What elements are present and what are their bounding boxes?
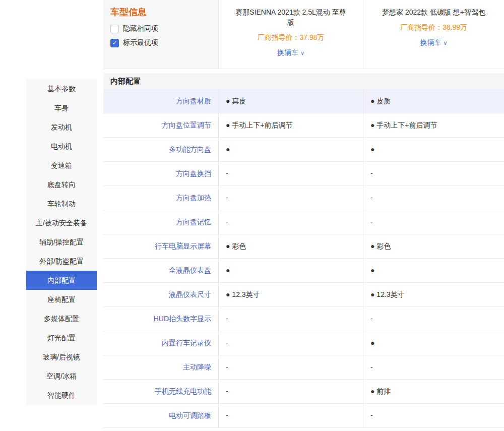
car-column-1: 赛那SIENNA 2021款 2.5L混动 至尊版 厂商指导价：37.98万 换… <box>218 0 363 69</box>
table-row: 多功能方向盘●● <box>103 138 504 162</box>
table-row: 液晶仪表尺寸● 12.3英寸● 12.3英寸 <box>103 283 504 307</box>
table-row: 方向盘记忆-- <box>103 210 504 234</box>
price-label: 厂商指导价： <box>257 33 299 41</box>
sidebar-item-category[interactable]: 空调/冰箱 <box>26 366 97 386</box>
sidebar-item-active[interactable]: 内部配置 <box>26 271 97 290</box>
table-row: 主动降噪-- <box>103 355 504 380</box>
row-value-2: ● 彩色 <box>363 234 504 258</box>
row-value-2: ● 手动上下+前后调节 <box>363 113 504 137</box>
table-row: 方向盘加热-- <box>103 186 504 210</box>
row-label[interactable]: 方向盘换挡 <box>103 162 218 186</box>
price-value: 38.99万 <box>443 23 467 31</box>
table-row: 方向盘材质● 真皮● 皮质 <box>103 89 504 113</box>
row-label[interactable]: 主动降噪 <box>103 355 218 379</box>
sidebar-item-category[interactable]: 主/被动安全装备 <box>26 213 97 232</box>
row-label[interactable]: 电动可调踏板 <box>103 404 218 427</box>
row-value-2: - <box>363 404 504 427</box>
row-value-1: ● <box>218 138 363 161</box>
row-value-1: - <box>218 331 363 355</box>
row-value-1: - <box>218 404 363 427</box>
row-value-1: - <box>218 210 363 234</box>
checkbox-unchecked-icon[interactable] <box>110 25 119 33</box>
car-column-2: 梦想家 2022款 低碳版 想+智驾包 厂商指导价：38.99万 换辆车∨ <box>363 0 504 69</box>
sidebar-item-category[interactable]: 电动机 <box>26 137 97 156</box>
switch-car-button[interactable]: 换辆车∨ <box>233 48 349 57</box>
row-value-2: - <box>363 355 504 379</box>
page-title: 车型信息 <box>110 6 211 18</box>
row-value-1: - <box>218 355 363 379</box>
chevron-down-icon: ∨ <box>443 40 447 46</box>
row-value-1: ● 12.3英寸 <box>218 283 363 306</box>
category-sidebar: 基本参数车身发动机电动机变速箱底盘转向车轮制动主/被动安全装备辅助/操控配置外部… <box>26 78 97 406</box>
row-label[interactable]: 方向盘材质 <box>103 89 218 113</box>
row-value-2: - <box>363 307 504 331</box>
table-row: 电动可调踏板-- <box>103 404 504 428</box>
sidebar-item-category[interactable]: 变速箱 <box>26 156 97 175</box>
chevron-down-icon: ∨ <box>300 50 304 56</box>
row-value-2: - <box>363 210 504 234</box>
row-value-1: - <box>218 307 363 331</box>
row-label[interactable]: HUD抬头数字显示 <box>103 307 218 331</box>
sidebar-item-category[interactable]: 车身 <box>26 98 97 117</box>
row-value-1: ● 彩色 <box>218 234 363 258</box>
sidebar-item-category[interactable]: 基本参数 <box>26 79 97 98</box>
row-label[interactable]: 方向盘位置调节 <box>103 113 218 137</box>
row-value-1: - <box>218 186 363 210</box>
row-label[interactable]: 方向盘加热 <box>103 186 218 210</box>
switch-car-label: 换辆车 <box>277 48 298 56</box>
table-row: 全液晶仪表盘●● <box>103 259 504 283</box>
sidebar-item-category[interactable]: 多媒体配置 <box>26 309 97 328</box>
table-row: 方向盘换挡-- <box>103 162 504 186</box>
row-value-1: ● 手动上下+前后调节 <box>218 113 363 137</box>
sidebar-item-category[interactable]: 外部/防盗配置 <box>26 252 97 271</box>
row-value-2: ● 12.3英寸 <box>363 283 504 306</box>
row-value-1: ● <box>218 259 363 282</box>
row-value-2: ● 皮质 <box>363 89 504 113</box>
checkbox-checked-icon[interactable]: ✓ <box>110 39 119 47</box>
table-row: 行车电脑显示屏幕● 彩色● 彩色 <box>103 234 504 259</box>
price-value: 37.98万 <box>299 33 324 41</box>
price-label: 厂商指导价： <box>400 23 443 31</box>
checkbox-label: 标示最优项 <box>123 38 158 47</box>
row-label[interactable]: 方向盘记忆 <box>103 210 218 234</box>
car-price: 厂商指导价：38.99万 <box>377 23 490 32</box>
compare-table: 车型信息 隐藏相同项 ✓ 标示最优项 赛那SIENNA 2021款 2.5L混动… <box>103 0 504 428</box>
row-value-2: ● <box>363 331 504 355</box>
row-value-2: ● <box>363 138 504 161</box>
table-row: 方向盘位置调节● 手动上下+前后调节● 手动上下+前后调节 <box>103 113 504 138</box>
sidebar-item-category[interactable]: 车轮制动 <box>26 194 97 213</box>
row-label[interactable]: 多功能方向盘 <box>103 138 218 161</box>
row-value-2: - <box>363 186 504 210</box>
row-value-2: ● <box>363 259 504 282</box>
sidebar-item-category[interactable]: 底盘转向 <box>26 175 97 194</box>
compare-header: 车型信息 隐藏相同项 ✓ 标示最优项 赛那SIENNA 2021款 2.5L混动… <box>103 0 504 69</box>
row-label[interactable]: 内置行车记录仪 <box>103 331 218 355</box>
table-row: HUD抬头数字显示-- <box>103 307 504 331</box>
row-value-2: ● 前排 <box>363 380 504 403</box>
checkbox-label: 隐藏相同项 <box>123 24 158 33</box>
row-label[interactable]: 行车电脑显示屏幕 <box>103 234 218 258</box>
table-row: 内置行车记录仪-● <box>103 331 504 355</box>
car-price: 厂商指导价：37.98万 <box>233 33 349 42</box>
sidebar-item-category[interactable]: 灯光配置 <box>26 328 97 347</box>
row-value-1: ● 真皮 <box>218 89 363 113</box>
sidebar-item-category[interactable]: 发动机 <box>26 117 97 137</box>
car-name: 赛那SIENNA 2021款 2.5L混动 至尊版 <box>233 7 349 27</box>
sidebar-item-category[interactable]: 座椅配置 <box>26 290 97 309</box>
row-value-1: - <box>218 380 363 403</box>
config-rows: 方向盘材质● 真皮● 皮质方向盘位置调节● 手动上下+前后调节● 手动上下+前后… <box>103 89 504 428</box>
row-label[interactable]: 手机无线充电功能 <box>103 380 218 403</box>
sidebar-item-category[interactable]: 智能硬件 <box>26 386 97 405</box>
model-info-cell: 车型信息 隐藏相同项 ✓ 标示最优项 <box>103 0 218 69</box>
compare-page: 基本参数车身发动机电动机变速箱底盘转向车轮制动主/被动安全装备辅助/操控配置外部… <box>0 0 504 431</box>
section-header: 内部配置 <box>103 73 504 89</box>
mark-best-checkbox[interactable]: ✓ 标示最优项 <box>110 38 211 47</box>
row-value-2: - <box>363 162 504 186</box>
row-value-1: - <box>218 162 363 186</box>
row-label[interactable]: 全液晶仪表盘 <box>103 259 218 282</box>
sidebar-item-category[interactable]: 辅助/操控配置 <box>26 232 97 252</box>
switch-car-button[interactable]: 换辆车∨ <box>377 38 490 47</box>
sidebar-item-category[interactable]: 玻璃/后视镜 <box>26 347 97 366</box>
row-label[interactable]: 液晶仪表尺寸 <box>103 283 218 306</box>
hide-same-checkbox[interactable]: 隐藏相同项 <box>110 24 211 33</box>
